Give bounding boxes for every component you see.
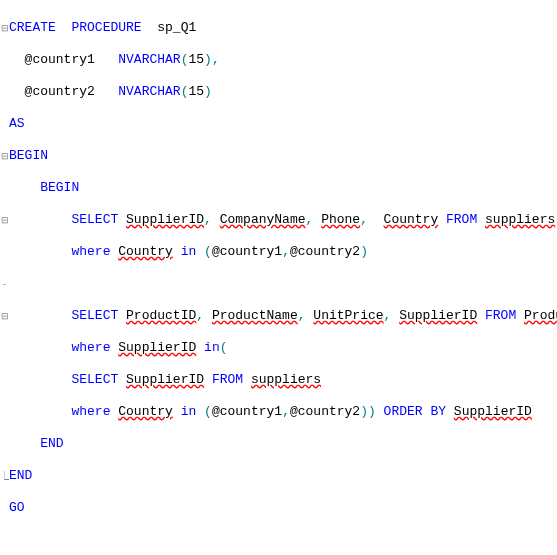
table: suppliers [251,372,321,387]
column: CompanyName [220,212,306,227]
column: Phone [321,212,360,227]
table: Products [524,308,557,323]
fold-icon[interactable]: - [0,276,9,292]
keyword: ORDER [384,404,423,419]
num: 15 [188,84,204,99]
keyword: BY [430,404,446,419]
column: SupplierID [118,340,196,355]
keyword: SELECT [71,212,118,227]
param: @country2 [290,244,360,259]
type: NVARCHAR [118,84,180,99]
param: @country1 [212,244,282,259]
keyword: FROM [212,372,243,387]
keyword: END [40,436,63,451]
column: SupplierID [126,212,204,227]
identifier: sp_Q1 [157,20,196,35]
column: Country [118,244,173,259]
column: Country [118,404,173,419]
column: SupplierID [454,404,532,419]
keyword: in [181,404,197,419]
keyword: GO [9,500,25,515]
column: UnitPrice [313,308,383,323]
code-editor[interactable]: ⊟CREATE PROCEDURE sp_Q1 @country1 NVARCH… [0,0,557,555]
fold-icon[interactable]: ⊟ [0,212,9,228]
keyword: FROM [485,308,516,323]
column: Country [384,212,439,227]
keyword: CREATE [9,20,56,35]
column: SupplierID [126,372,204,387]
keyword: PROCEDURE [71,20,141,35]
type: NVARCHAR [118,52,180,67]
column: SupplierID [399,308,477,323]
column: ProductName [212,308,298,323]
fold-icon[interactable]: ⊟ [0,148,9,164]
param: @country2 [290,404,360,419]
fold-icon[interactable]: ⊟ [0,308,9,324]
num: 15 [188,52,204,67]
param: @country2 [25,84,95,99]
param: @country1 [25,52,95,67]
keyword: SELECT [71,308,118,323]
keyword: in [204,340,220,355]
table: suppliers [485,212,555,227]
keyword: in [181,244,197,259]
keyword: SELECT [71,372,118,387]
keyword: BEGIN [9,148,48,163]
keyword: where [71,340,110,355]
keyword: FROM [446,212,477,227]
fold-icon[interactable]: ⊟ [0,20,9,36]
param: @country1 [212,404,282,419]
keyword: AS [9,116,25,131]
keyword: where [71,404,110,419]
keyword: END [9,468,32,483]
keyword: BEGIN [40,180,79,195]
column: ProductID [126,308,196,323]
keyword: where [71,244,110,259]
